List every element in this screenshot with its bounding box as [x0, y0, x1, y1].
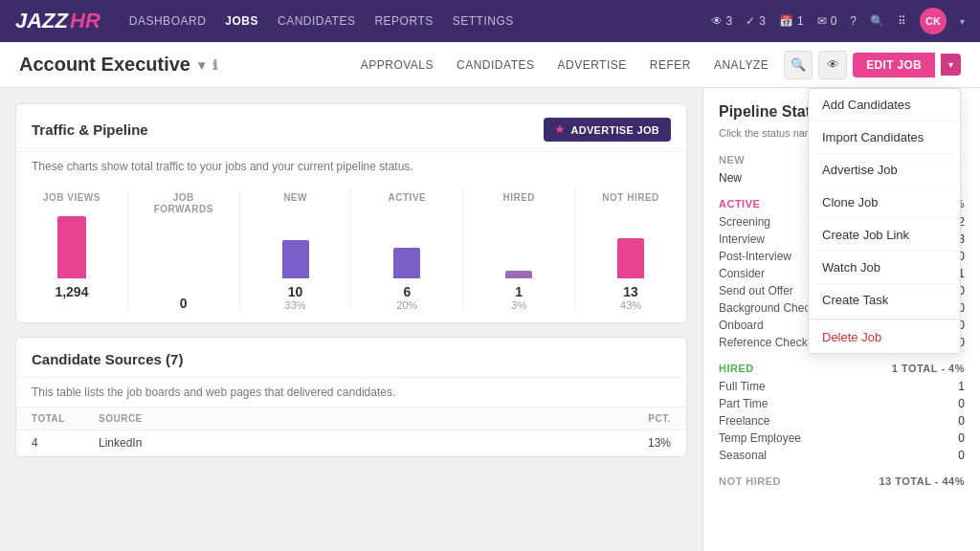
tab-refer[interactable]: REFER [650, 55, 691, 76]
avatar[interactable]: CK [920, 8, 947, 34]
chart-header-job-forwards: JOBFORWARDS [150, 188, 217, 223]
pipeline-not-hired-total: 13 total - 44% [879, 475, 965, 487]
sub-nav-actions: 🔍 👁 EDIT JOB ▾ [784, 51, 961, 79]
calendar-icon-group[interactable]: 📅 1 [779, 14, 804, 28]
job-title-text: Account Executive [19, 54, 190, 76]
sources-pct-linkedin: 13% [604, 436, 671, 450]
pipeline-item-full-time[interactable]: Full Time 1 [719, 378, 965, 395]
chart-bar-area-active [351, 211, 462, 278]
bar-new [282, 240, 309, 278]
sub-nav: Account Executive ▾ ℹ APPROVALS CANDIDAT… [0, 42, 980, 88]
pipeline-item-freelance[interactable]: Freelance 0 [719, 412, 965, 430]
grid-icon[interactable]: ⠿ [898, 14, 906, 28]
sub-nav-links: APPROVALS CANDIDATES ADVERTISE REFER ANA… [361, 55, 769, 76]
sources-card-title: Candidate Sources (7) [32, 351, 183, 367]
tab-approvals[interactable]: APPROVALS [361, 55, 434, 76]
nav-jobs[interactable]: JOBS [225, 14, 258, 28]
pipeline-item-send-out-offer-name: Send out Offer [719, 284, 793, 298]
edit-job-button[interactable]: EDIT JOB [853, 53, 935, 77]
dropdown-create-task[interactable]: Create Task [809, 284, 960, 317]
eye-icon-group[interactable]: 👁 3 [711, 14, 733, 28]
logo-hr: HR [70, 9, 100, 33]
chart-pct-new: 33% [285, 299, 306, 311]
dropdown-delete-job[interactable]: Delete Job [809, 321, 960, 353]
dropdown-import-candidates[interactable]: Import Candidates [809, 121, 960, 154]
pipeline-item-onboard-name: Onboard [719, 319, 764, 332]
chart-col-not-hired: NOT HIRED 13 43% [575, 188, 686, 311]
dropdown-advertise-job[interactable]: Advertise Job [809, 154, 960, 187]
chart-value-not-hired: 13 [623, 284, 638, 299]
help-icon[interactable]: ? [850, 14, 857, 28]
chart-col-new: NEW 10 33% [240, 188, 352, 311]
pipeline-item-new-name: New [719, 171, 742, 185]
advertise-job-button[interactable]: ADVERTISE JOB [544, 118, 671, 142]
chart-header-job-views: JOB VIEWS [39, 188, 104, 211]
sources-card-subtitle: This table lists the job boards and web … [16, 378, 686, 407]
chart-col-job-forwards: JOBFORWARDS 0 [128, 188, 240, 311]
pipeline-item-seasonal[interactable]: Seasonal 0 [719, 447, 965, 464]
pipeline-item-post-interview-name: Post-Interview [719, 250, 791, 263]
tab-advertise[interactable]: ADVERTISE [557, 55, 626, 76]
traffic-card-subtitle: These charts show total traffic to your … [16, 152, 686, 181]
nav-dashboard[interactable]: DASHBOARD [129, 14, 207, 28]
pipeline-hired-total: 1 total - 4% [892, 363, 965, 374]
dropdown-add-candidates[interactable]: Add Candidates [809, 89, 960, 121]
edit-job-dropdown-button[interactable]: ▾ [941, 54, 961, 76]
check-icon-group[interactable]: ✓ 3 [746, 14, 766, 28]
avatar-caret-icon: ▾ [960, 16, 965, 27]
logo[interactable]: JAZZHR [15, 9, 100, 33]
info-icon[interactable]: ℹ [212, 57, 217, 73]
chart-container: JOB VIEWS 1,294 JOBFORWARDS 0 NEW [16, 181, 686, 322]
chart-header-active: ACTIVE [385, 188, 431, 211]
traffic-pipeline-card: Traffic & Pipeline ADVERTISE JOB These c… [15, 103, 687, 323]
pipeline-item-screening-name: Screening [719, 215, 770, 229]
chart-header-new: NEW [279, 188, 311, 211]
job-title-caret-icon[interactable]: ▾ [198, 57, 205, 73]
pipeline-item-part-time[interactable]: Part Time 0 [719, 395, 965, 412]
sources-col-source-header: SOURCE [99, 413, 604, 424]
chart-col-job-views: JOB VIEWS 1,294 [16, 188, 128, 311]
pipeline-item-freelance-count: 0 [958, 414, 965, 428]
chart-value-hired: 1 [515, 284, 523, 299]
sources-total-linkedin: 4 [32, 436, 99, 450]
chart-value-job-forwards: 0 [180, 296, 188, 311]
bar-not-hired [617, 238, 644, 278]
chart-value-active: 6 [404, 284, 412, 299]
chart-bar-area-not-hired [575, 211, 686, 278]
pipeline-item-seasonal-name: Seasonal [719, 449, 767, 462]
sources-source-linkedin: LinkedIn [99, 436, 604, 450]
sources-card-header: Candidate Sources (7) [16, 338, 686, 378]
nav-candidates[interactable]: CANDIDATES [278, 14, 355, 28]
pipeline-item-part-time-count: 0 [958, 397, 965, 410]
tab-analyze[interactable]: ANALYZE [714, 55, 768, 76]
chart-bar-area-hired [463, 211, 574, 278]
sources-card: Candidate Sources (7) This table lists t… [15, 337, 687, 457]
check-icon: ✓ [746, 14, 755, 28]
chart-pct-hired: 3% [511, 299, 526, 311]
pipeline-item-temp-employee-name: Temp Employee [719, 431, 801, 445]
left-panel: Traffic & Pipeline ADVERTISE JOB These c… [0, 88, 702, 551]
tab-candidates[interactable]: CANDIDATES [457, 55, 534, 76]
chart-header-not-hired: NOT HIRED [598, 188, 663, 211]
logo-jazz: JAZZ [15, 9, 68, 33]
pipeline-item-reference-check-name: Reference Check [719, 336, 808, 349]
nav-settings[interactable]: SETTINGS [453, 14, 514, 28]
sources-table-header: TOTAL SOURCE PCT. [16, 407, 686, 430]
dropdown-watch-job[interactable]: Watch Job [809, 252, 960, 284]
bar-hired [505, 271, 532, 278]
message-icon-group[interactable]: ✉ 0 [817, 14, 837, 28]
sub-eye-button[interactable]: 👁 [818, 51, 847, 79]
traffic-card-title: Traffic & Pipeline [32, 121, 148, 138]
pipeline-item-full-time-count: 1 [958, 380, 965, 393]
job-title-area: Account Executive ▾ ℹ [19, 54, 217, 76]
search-icon[interactable]: 🔍 [870, 14, 884, 28]
chart-pct-active: 20% [396, 299, 417, 311]
check-count: 3 [759, 14, 766, 28]
nav-reports[interactable]: REPORTS [374, 14, 433, 28]
dropdown-clone-job[interactable]: Clone Job [809, 187, 960, 219]
sub-search-button[interactable]: 🔍 [784, 51, 813, 79]
top-nav: JAZZHR DASHBOARD JOBS CANDIDATES REPORTS… [0, 0, 980, 42]
calendar-count: 1 [797, 14, 804, 28]
dropdown-create-job-link[interactable]: Create Job Link [809, 219, 960, 252]
pipeline-item-temp-employee[interactable]: Temp Employee 0 [719, 430, 965, 447]
